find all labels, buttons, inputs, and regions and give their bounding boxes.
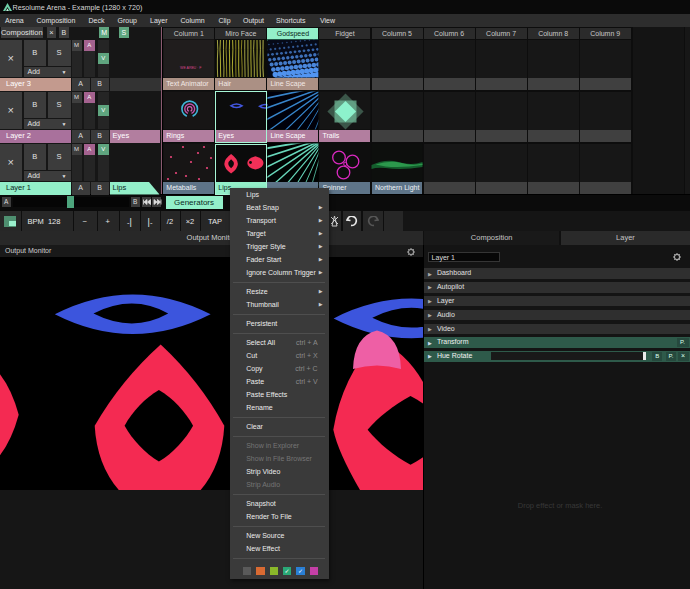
svg-text:WE ARE: WE ARE <box>180 66 195 70</box>
svg-text:U · F: U · F <box>194 66 203 70</box>
